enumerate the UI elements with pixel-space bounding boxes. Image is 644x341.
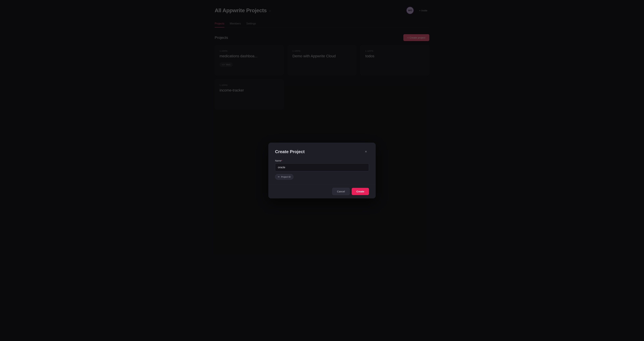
project-name-input[interactable]	[275, 163, 369, 171]
modal-footer: Cancel Create	[268, 185, 376, 198]
name-field-label: Name*	[275, 159, 369, 162]
create-button[interactable]: Create	[352, 188, 369, 195]
modal-body: Create Project × Name* ✏ Project ID	[268, 143, 376, 184]
modal-title: Create Project	[275, 149, 304, 154]
cancel-button[interactable]: Cancel	[332, 188, 350, 195]
modal-close-button[interactable]: ×	[363, 149, 369, 155]
create-project-modal: Create Project × Name* ✏ Project ID Canc…	[268, 143, 376, 198]
project-id-label: Project ID	[281, 176, 291, 178]
project-id-button[interactable]: ✏ Project ID	[275, 174, 294, 180]
modal-overlay[interactable]: Create Project × Name* ✏ Project ID Canc…	[0, 0, 644, 341]
modal-header: Create Project ×	[275, 149, 369, 155]
pencil-icon: ✏	[278, 176, 280, 178]
